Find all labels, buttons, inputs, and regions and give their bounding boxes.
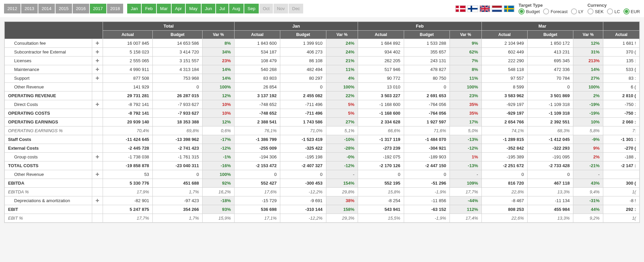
cell: 4 990 911: [103, 65, 153, 74]
cell: 158%: [326, 205, 358, 214]
month-jul[interactable]: Jul: [216, 4, 228, 13]
currency-eur[interactable]: EUR: [623, 8, 640, 14]
expand-icon[interactable]: ✚: [92, 170, 103, 179]
cell: 44%: [573, 205, 603, 214]
cell: -310 144: [280, 205, 326, 214]
cell: -352 842: [481, 144, 527, 153]
header-period-extra: [603, 22, 640, 31]
flag-sweden[interactable]: [504, 5, 514, 12]
cell: 3 414 720: [153, 48, 203, 57]
cell: 90 772: [358, 74, 404, 83]
month-oct[interactable]: Oct: [259, 4, 273, 13]
cell: -2 741 423: [153, 144, 203, 153]
month-dec[interactable]: Dec: [289, 4, 303, 13]
cell: 0: [481, 170, 527, 179]
cell: -19%: [573, 109, 603, 118]
month-mar[interactable]: Mar: [157, 4, 171, 13]
month-may[interactable]: May: [186, 4, 201, 13]
cell: 517 946: [358, 65, 404, 74]
cell: 1(: [603, 188, 640, 196]
cell: -1,9%: [404, 188, 450, 196]
cell: -748 652: [235, 109, 280, 118]
cell: -19%: [573, 100, 603, 109]
table-row: OPERATING REVENUE29 731 28126 287 01512%…: [5, 91, 640, 100]
expand-icon[interactable]: ✚: [92, 65, 103, 74]
year-2017[interactable]: 2017: [90, 4, 106, 13]
cell: 213%: [573, 57, 603, 65]
cell: 2 392 551: [527, 118, 573, 126]
cell: 2%: [573, 153, 603, 161]
cell: 9,4%: [573, 188, 603, 196]
cell: -31%: [573, 196, 603, 205]
expand-icon[interactable]: ✚: [92, 74, 103, 83]
currency-sek[interactable]: SEK: [587, 8, 604, 14]
cell: 1 927 597: [404, 118, 450, 126]
expand-icon[interactable]: ✚: [92, 100, 103, 109]
table-row: EBITDA %17,9%1,7%16,2%17,6%-12,2%29,8%15…: [5, 188, 640, 196]
year-2013[interactable]: 2013: [21, 4, 38, 13]
cell: 3 151 557: [153, 57, 203, 65]
cell: -748 652: [235, 100, 280, 109]
table-row: Group costs✚-1 738 038-1 761 315-1%-194 …: [5, 153, 640, 161]
flag-finland[interactable]: [467, 5, 478, 12]
cell: 10%: [203, 100, 235, 109]
cell: 86 108: [280, 57, 326, 65]
target-type-budget[interactable]: Budget: [518, 8, 540, 14]
cell: -8 !: [603, 196, 640, 205]
cell: 482 494: [280, 65, 326, 74]
month-sep[interactable]: Sep: [244, 4, 259, 13]
flag-uk[interactable]: [479, 5, 490, 12]
month-feb[interactable]: Feb: [142, 4, 156, 13]
year-2018[interactable]: 2018: [107, 4, 123, 13]
month-jan[interactable]: Jan: [127, 4, 141, 13]
cell: -15 729: [235, 196, 280, 205]
cell: 92%: [203, 179, 235, 188]
cell: -9 691: [280, 196, 326, 205]
cell: 808 253: [481, 205, 527, 214]
cell: 2 555 065: [103, 57, 153, 65]
cell: 753 968: [153, 74, 203, 83]
cell: 70 784: [527, 74, 573, 83]
cell: 93%: [203, 205, 235, 214]
year-2012[interactable]: 2012: [4, 4, 21, 13]
cell: 0: [404, 83, 450, 91]
cell: -: [450, 170, 481, 179]
cell: -2 447 150: [404, 161, 450, 170]
cell: -750 :: [603, 109, 640, 118]
cell: 552 427: [235, 179, 280, 188]
cell: -: [573, 170, 603, 179]
radio-icon: [607, 8, 613, 14]
year-2016[interactable]: 2016: [73, 4, 89, 13]
month-apr[interactable]: Apr: [172, 4, 185, 13]
radio-icon: [571, 8, 577, 14]
target-type-forecast[interactable]: Forecast: [543, 8, 568, 14]
month-nov[interactable]: Nov: [274, 4, 288, 13]
expand-icon[interactable]: ✚: [92, 196, 103, 205]
cell: 1 533 288: [404, 39, 450, 48]
cell: 14 653 586: [153, 39, 203, 48]
cell: 5,0%: [450, 126, 481, 135]
table-row: TOTAL COSTS-19 858 878-23 040 311-16%-2 …: [5, 161, 640, 170]
cell: 0: [527, 170, 573, 179]
cell: 74,1%: [481, 126, 527, 135]
cell: -300 453: [280, 179, 326, 188]
flag-netherlands[interactable]: [492, 5, 502, 12]
year-2014[interactable]: 2014: [38, 4, 55, 13]
month-jun[interactable]: Jun: [202, 4, 215, 13]
cell: -: [326, 170, 358, 179]
month-aug[interactable]: Aug: [229, 4, 244, 13]
expand-icon[interactable]: ✚: [92, 153, 103, 161]
currency-lc[interactable]: LC: [607, 8, 620, 14]
expand-icon[interactable]: ✚: [92, 57, 103, 65]
cell: 262 205: [358, 57, 404, 65]
expand-icon[interactable]: ✚: [92, 39, 103, 48]
cell: 243 131: [404, 57, 450, 65]
flag-denmark[interactable]: [455, 5, 466, 12]
expand-icon[interactable]: ✚: [92, 48, 103, 57]
cell: 12%: [203, 91, 235, 100]
year-2015[interactable]: 2015: [56, 4, 72, 13]
cell: 66,6%: [358, 126, 404, 135]
target-type-ly[interactable]: LY: [571, 8, 583, 14]
cell: -1 738 038: [103, 153, 153, 161]
cell: -12%: [450, 144, 481, 153]
